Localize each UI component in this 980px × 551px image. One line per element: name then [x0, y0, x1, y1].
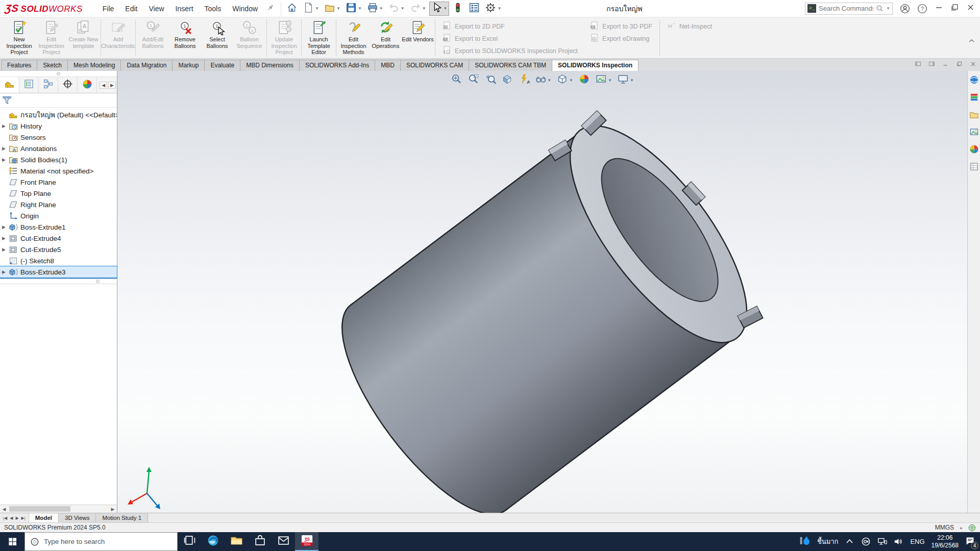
- new-document-button[interactable]: ▼: [301, 2, 321, 16]
- graphics-viewport[interactable]: A▼▼▼▼: [117, 71, 967, 513]
- display-style-dropdown-caret[interactable]: ▼: [569, 78, 573, 83]
- scroll-right-icon[interactable]: ▶: [109, 507, 117, 512]
- solidworks-resources-icon[interactable]: [969, 75, 979, 87]
- weather-droplet-icon[interactable]: [799, 535, 811, 548]
- tab-evaluate[interactable]: Evaluate: [204, 60, 240, 71]
- select-dropdown-caret[interactable]: ▼: [444, 6, 448, 11]
- expand-arrow-icon[interactable]: ▶: [2, 269, 9, 274]
- menu-view[interactable]: View: [143, 0, 169, 17]
- restore-button[interactable]: [950, 3, 959, 14]
- taskbar-solidworks-2024-button[interactable]: ƷS2024: [295, 532, 318, 551]
- minimize-button[interactable]: [935, 3, 943, 14]
- zoom-to-fit-button[interactable]: [451, 73, 462, 87]
- zoom-to-area-button[interactable]: [468, 73, 479, 87]
- export-excel-button[interactable]: XExport to Excel: [443, 34, 578, 43]
- tab-solidworks-cam[interactable]: SOLIDWORKS CAM: [400, 60, 469, 71]
- tags-globe-icon[interactable]: [968, 524, 976, 532]
- dock-pane-left-icon[interactable]: [914, 60, 922, 69]
- edit-inspection-methods-button[interactable]: Edit Inspection Methods: [337, 17, 370, 58]
- pane-next-icon[interactable]: ▶: [108, 82, 116, 89]
- appearances-scenes-icon[interactable]: [969, 144, 979, 156]
- save-dropdown-caret[interactable]: ▼: [358, 6, 362, 11]
- tab-mesh-modeling[interactable]: Mesh Modeling: [67, 60, 121, 71]
- scroll-left-icon[interactable]: ◀: [0, 507, 8, 512]
- tab-solidworks-inspection[interactable]: SOLIDWORKS Inspection: [552, 60, 639, 71]
- search-commands-input[interactable]: >_ Search Commands ▼: [805, 3, 893, 15]
- file-explorer-pane-icon[interactable]: [969, 110, 979, 121]
- view-tab-3d-views[interactable]: 3D Views: [59, 513, 96, 522]
- filter-funnel-icon[interactable]: [2, 95, 12, 106]
- tree-item-front-plane[interactable]: Front Plane: [0, 177, 117, 188]
- next-tab-icon[interactable]: ▶: [14, 516, 19, 520]
- pane-tab-configurationmanager[interactable]: [39, 77, 58, 93]
- tree-item--sketch8[interactable]: (-) Sketch8: [0, 255, 117, 266]
- pane-tab-featuremanager[interactable]: [0, 77, 19, 93]
- pane-tab-propertymanager[interactable]: [19, 77, 39, 93]
- options-gear-dropdown-caret[interactable]: ▼: [497, 6, 501, 11]
- menu-file[interactable]: File: [97, 0, 120, 17]
- model-3d-view[interactable]: [117, 71, 967, 513]
- hide-show-items-dropdown-caret[interactable]: ▼: [547, 78, 551, 83]
- expand-arrow-icon[interactable]: ▶: [2, 146, 9, 151]
- panel-splitter-handle[interactable]: [0, 71, 117, 77]
- tab-solidworks-cam-tbm[interactable]: SOLIDWORKS CAM TBM: [469, 60, 552, 71]
- new-document-dropdown-caret[interactable]: ▼: [315, 6, 319, 11]
- dock-pane-right-icon[interactable]: [928, 60, 936, 69]
- launch-template-editor-button[interactable]: Launch Template Editor: [303, 17, 335, 58]
- tab-sketch[interactable]: Sketch: [37, 60, 68, 71]
- action-center-icon[interactable]: 4: [965, 536, 975, 547]
- edit-vendors-button[interactable]: Edit Vendors: [402, 17, 434, 58]
- expand-arrow-icon[interactable]: ▶: [2, 236, 9, 241]
- design-library-icon[interactable]: [969, 92, 979, 104]
- search-icon[interactable]: [876, 5, 884, 12]
- tree-item-top-plane[interactable]: Top Plane: [0, 188, 117, 199]
- section-view-button[interactable]: [501, 73, 512, 87]
- tree-filter-bar[interactable]: [0, 93, 117, 108]
- print-dropdown-caret[interactable]: ▼: [379, 6, 383, 11]
- add-characteristic-button[interactable]: Add Characteristic: [102, 17, 134, 58]
- export-edrawing-button[interactable]: eExport eDrawing: [590, 34, 652, 43]
- unit-system[interactable]: MMGS: [935, 524, 954, 531]
- expand-arrow-icon[interactable]: ▶: [2, 224, 9, 230]
- tree-item-sensors[interactable]: Sensors: [0, 132, 117, 143]
- restore-pane-icon[interactable]: [955, 60, 963, 69]
- scrollbar-thumb[interactable]: [9, 506, 70, 512]
- show-hidden-icons-chevron[interactable]: [845, 537, 854, 546]
- network-icon[interactable]: [877, 537, 887, 546]
- menu-window[interactable]: Window: [227, 0, 263, 17]
- print-button[interactable]: ▼: [365, 2, 385, 16]
- first-tab-icon[interactable]: |◀: [2, 516, 8, 520]
- start-button[interactable]: [0, 532, 24, 551]
- tree-item-right-plane[interactable]: Right Plane: [0, 199, 117, 210]
- taskbar-microsoft-store-button[interactable]: [248, 532, 272, 551]
- create-new-template-button[interactable]: ARCreate New template: [67, 17, 100, 58]
- close-button[interactable]: [966, 3, 975, 14]
- minimize-pane-icon[interactable]: [942, 60, 949, 69]
- account-icon[interactable]: [900, 4, 910, 14]
- update-inspection-project-button[interactable]: Update Inspection Project: [268, 17, 300, 58]
- weather-label[interactable]: ชื้นมาก: [817, 536, 838, 547]
- expand-arrow-icon[interactable]: ▶: [2, 157, 9, 162]
- tree-item-cut-extrude4[interactable]: ▶Cut-Extrude4: [0, 233, 117, 244]
- tree-item-boss-extrude1[interactable]: ▶Boss-Extrude1: [0, 221, 117, 233]
- edit-operations-button[interactable]: Edit Operations: [370, 17, 402, 58]
- redo-dropdown-caret[interactable]: ▼: [422, 6, 426, 11]
- prev-tab-icon[interactable]: ◀: [9, 516, 14, 520]
- taskbar-task-view-button[interactable]: [178, 532, 201, 551]
- menu-edit[interactable]: Edit: [119, 0, 143, 17]
- tree-item-origin[interactable]: Origin: [0, 210, 117, 221]
- view-tab-nav[interactable]: |◀ ◀ ▶ ▶|: [0, 513, 29, 522]
- menu-insert[interactable]: Insert: [170, 0, 199, 17]
- tab-markup[interactable]: Markup: [172, 60, 205, 71]
- display-style-button[interactable]: ▼: [557, 73, 573, 87]
- apply-scene-button[interactable]: ▼: [596, 73, 612, 87]
- new-inspection-project-button[interactable]: New Inspection Project: [3, 17, 35, 58]
- meet-now-icon[interactable]: [861, 537, 871, 546]
- pane-tab-displaymanager[interactable]: [78, 77, 97, 93]
- select-balloons-button[interactable]: 1Select Balloons: [201, 17, 233, 58]
- tree-item-cut-extrude5[interactable]: ▶Cut-Extrude5: [0, 244, 117, 255]
- open-document-button[interactable]: ▼: [322, 2, 342, 16]
- redo-button[interactable]: ▼: [408, 2, 428, 16]
- view-settings-dropdown-caret[interactable]: ▼: [630, 78, 634, 83]
- apply-scene-dropdown-caret[interactable]: ▼: [608, 78, 612, 83]
